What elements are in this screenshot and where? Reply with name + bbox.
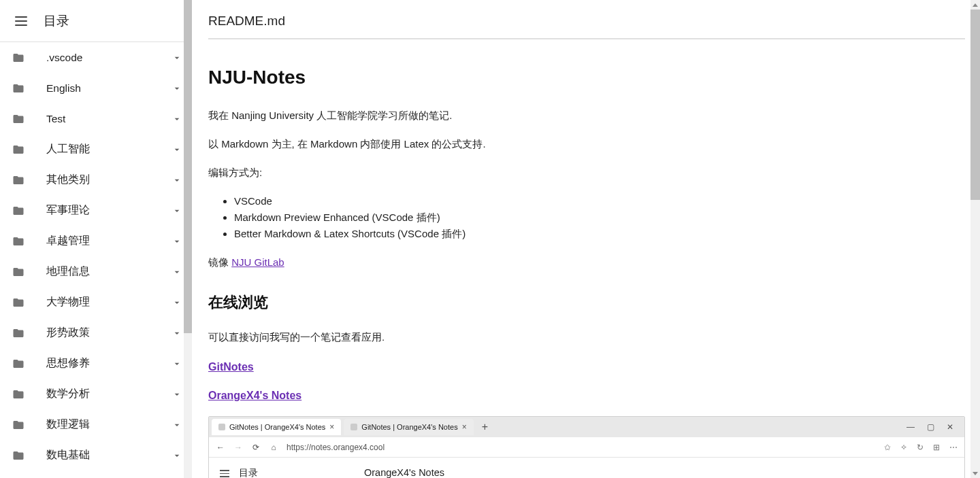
folder-icon — [11, 266, 26, 278]
more-icon: ⋯ — [949, 443, 958, 452]
lock-icon: ⌂ — [269, 443, 278, 452]
folder-icon — [11, 327, 26, 339]
folder-icon — [11, 235, 26, 247]
tree-item[interactable]: 形势政策 — [0, 318, 192, 348]
close-icon: × — [329, 422, 334, 432]
tree-item-label: 大学物理 — [46, 295, 172, 309]
scrollbar-thumb[interactable] — [970, 10, 980, 200]
forward-icon: → — [233, 443, 243, 452]
orangex4-notes-link[interactable]: OrangeX4's Notes — [208, 390, 301, 401]
ss-body: 目录 OrangeX4's Notes 这是什么? 这是一个由 OrangeX4… — [209, 458, 964, 478]
embedded-screenshot: GitNotes | OrangeX4's Notes × GitNotes |… — [208, 416, 965, 478]
star-icon: ✩ — [884, 443, 891, 452]
back-icon: ← — [216, 443, 225, 452]
chevron-down-icon — [172, 144, 182, 155]
tree-item[interactable]: English — [0, 73, 192, 103]
chevron-down-icon — [172, 389, 182, 400]
folder-icon — [11, 358, 26, 370]
favicon-icon — [218, 424, 225, 430]
rule — [208, 38, 965, 39]
tree-item[interactable]: 卓越管理 — [0, 226, 192, 256]
tree-item-label: 人工智能 — [46, 142, 172, 156]
folder-icon — [11, 388, 26, 400]
scrollbar-track[interactable] — [970, 10, 980, 468]
folder-icon — [11, 82, 26, 95]
folder-icon — [11, 419, 26, 431]
ss-url-bar: ← → ⟳ ⌂ https://notes.orangex4.cool ✩ ✧ … — [209, 437, 964, 458]
tree-item[interactable]: 大学物理 — [0, 287, 192, 318]
chevron-down-icon — [172, 328, 182, 339]
menu-icon — [220, 470, 229, 477]
main-scrollbar[interactable] — [970, 0, 980, 478]
sidebar-title: 目录 — [44, 12, 69, 30]
close-window-icon: ✕ — [947, 422, 953, 432]
ss-main: OrangeX4's Notes 这是什么? 这是一个由 OrangeX4 开发… — [352, 458, 964, 478]
list-item: Markdown Preview Enhanced (VSCode 插件) — [234, 209, 965, 226]
list-item: Better Markdown & Latex Shortcuts (VSCod… — [234, 226, 965, 242]
tree-item-label: 形势政策 — [46, 326, 172, 340]
gitnotes-link[interactable]: GitNotes — [208, 361, 254, 373]
tree-item-label: Test — [46, 113, 172, 125]
ss-main-header: OrangeX4's Notes — [364, 467, 952, 478]
tree-item[interactable]: 地理信息 — [0, 256, 192, 287]
tree-item-label: 数电基础 — [46, 448, 172, 462]
ss-right-icons: ✩ ✧ ↻ ⊞ ⋯ — [884, 443, 958, 452]
app-root: 目录 .vscode English Test 人工智能 — [0, 0, 980, 478]
tree-item[interactable]: 思想修养 — [0, 348, 192, 379]
chevron-down-icon — [172, 175, 182, 186]
file-title: README.md — [208, 0, 965, 38]
tree-item[interactable]: 数电基础 — [0, 440, 192, 471]
editors-list: VSCodeMarkdown Preview Enhanced (VSCode … — [208, 193, 965, 242]
tree-item[interactable]: 数学分析 — [0, 379, 192, 409]
readme-content: NJU-Notes 我在 Nanjing University 人工智能学院学习… — [208, 67, 965, 478]
history-icon: ↻ — [917, 443, 924, 452]
scrollbar-thumb[interactable] — [184, 0, 192, 333]
tree-item[interactable]: 其他类别 — [0, 165, 192, 195]
tree-item-label: 数学分析 — [46, 387, 172, 401]
readme-intro2: 以 Markdown 为主, 在 Markdown 内部使用 Latex 的公式… — [208, 136, 965, 152]
main-content: README.md NJU-Notes 我在 Nanjing Universit… — [192, 0, 980, 478]
sidebar-scrollbar[interactable] — [184, 0, 192, 478]
chevron-down-icon — [172, 114, 182, 124]
ss-tab2-label: GitNotes | OrangeX4's Notes — [361, 423, 457, 431]
tree-item-label: 数理逻辑 — [46, 417, 172, 432]
readme-edit-heading: 编辑方式为: — [208, 165, 965, 181]
reload-icon: ⟳ — [251, 443, 261, 452]
folder-icon — [11, 52, 26, 64]
ss-side-title: 目录 — [239, 467, 258, 478]
online-desc: 可以直接访问我写的一个笔记查看应用. — [208, 329, 965, 345]
chevron-down-icon — [172, 52, 182, 63]
minimize-icon: — — [906, 422, 915, 432]
tree-item[interactable]: .vscode — [0, 42, 192, 73]
ss-url-text: https://notes.orangex4.cool — [287, 443, 876, 452]
chevron-down-icon — [172, 83, 182, 94]
tree-item-label: 军事理论 — [46, 203, 172, 218]
ss-tab-1: GitNotes | OrangeX4's Notes × — [212, 419, 341, 435]
ss-tab1-label: GitNotes | OrangeX4's Notes — [229, 423, 325, 431]
chevron-down-icon — [172, 267, 182, 277]
ss-tab-bar: GitNotes | OrangeX4's Notes × GitNotes |… — [209, 417, 964, 437]
list-item: VSCode — [234, 193, 965, 209]
chevron-down-icon — [172, 297, 182, 308]
scroll-up-icon[interactable] — [970, 0, 980, 10]
tree-item[interactable]: 人工智能 — [0, 134, 192, 165]
ss-sidebar: 目录 — [209, 458, 352, 478]
sidebar: 目录 .vscode English Test 人工智能 — [0, 0, 192, 478]
folder-icon — [11, 113, 26, 125]
window-controls: — ▢ ✕ — [906, 422, 962, 432]
folder-icon — [11, 449, 26, 462]
online-heading: 在线浏览 — [208, 292, 965, 313]
mirror-line: 镜像 NJU GitLab — [208, 254, 965, 271]
ss-tab-2: GitNotes | OrangeX4's Notes × — [344, 419, 473, 435]
tree-item[interactable]: Test — [0, 103, 192, 134]
chevron-down-icon — [172, 420, 182, 430]
tree-item[interactable]: 军事理论 — [0, 195, 192, 226]
tree-item-label: .vscode — [46, 52, 172, 64]
scroll-down-icon[interactable] — [970, 468, 980, 478]
new-tab-icon: + — [476, 421, 493, 433]
tree-item[interactable]: 数理逻辑 — [0, 409, 192, 440]
menu-icon[interactable] — [15, 13, 31, 29]
maximize-icon: ▢ — [927, 422, 934, 432]
sidebar-header: 目录 — [0, 0, 192, 42]
mirror-link[interactable]: NJU GitLab — [231, 256, 284, 268]
